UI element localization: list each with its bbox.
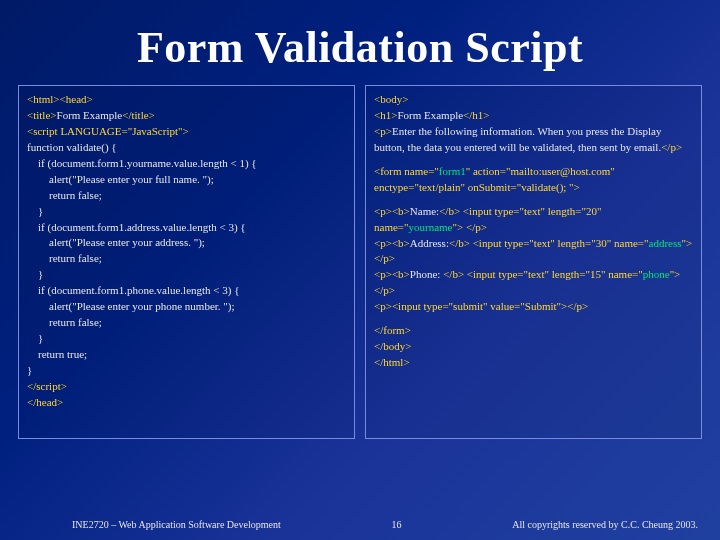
code-token: </script>: [27, 380, 67, 392]
code-token: if (document.form1.address.value.length …: [27, 221, 246, 233]
code-token: phone: [643, 268, 670, 280]
code-token: <p><b>: [374, 268, 410, 280]
code-token: <p><input type="submit" value="Submit"><…: [374, 300, 588, 312]
code-token: return false;: [27, 252, 102, 264]
code-token: }: [27, 205, 43, 217]
code-token: </h1>: [463, 109, 489, 121]
code-token: Enter the following information. When yo…: [374, 125, 661, 153]
code-token: yourname: [409, 221, 453, 233]
code-token: }: [27, 268, 43, 280]
code-left: <html><head> <title>Form Example</title>…: [18, 85, 355, 439]
code-token: <body>: [374, 93, 408, 105]
code-token: alert("Please enter your address. ");: [27, 236, 205, 248]
code-token: <p><b>: [374, 237, 410, 249]
code-token: Form Example: [397, 109, 463, 121]
code-token: address: [649, 237, 682, 249]
code-token: return false;: [27, 316, 102, 328]
code-token: alert("Please enter your full name. ");: [27, 173, 214, 185]
code-token: </head>: [27, 396, 63, 408]
code-token: Address:: [410, 237, 449, 249]
code-token: </body>: [374, 340, 411, 352]
code-token: form1: [439, 165, 466, 177]
code-columns: <html><head> <title>Form Example</title>…: [0, 85, 720, 439]
code-token: <script LANGUAGE="JavaScript">: [27, 125, 189, 137]
code-token: if (document.form1.yourname.value.length…: [27, 157, 257, 169]
code-token: Name:: [410, 205, 439, 217]
code-token: <title>: [27, 109, 57, 121]
code-token: Form Example: [57, 109, 123, 121]
code-token: <p>: [374, 125, 392, 137]
code-token: </title>: [122, 109, 155, 121]
code-token: </form>: [374, 324, 411, 336]
code-token: Phone:: [410, 268, 443, 280]
code-token: if (document.form1.phone.value.length < …: [27, 284, 240, 296]
slide-footer: INE2720 – Web Application Software Devel…: [0, 519, 720, 530]
code-token: return false;: [27, 189, 102, 201]
code-token: "> </p>: [453, 221, 487, 233]
slide-title: Form Validation Script: [0, 0, 720, 85]
code-token: </html>: [374, 356, 410, 368]
code-right: <body> <h1>Form Example</h1> <p>Enter th…: [365, 85, 702, 439]
footer-course: INE2720 – Web Application Software Devel…: [22, 519, 281, 530]
footer-page-number: 16: [391, 519, 401, 530]
code-token: <p><b>: [374, 205, 410, 217]
code-token: </b> <input type="text" length="30" name…: [449, 237, 649, 249]
code-token: }: [27, 364, 32, 376]
code-token: return true;: [27, 348, 87, 360]
code-token: </b> <input type="text" length="15" name…: [443, 268, 643, 280]
code-token: }: [27, 332, 43, 344]
code-token: </p>: [661, 141, 682, 153]
code-token: <html><head>: [27, 93, 93, 105]
footer-copyright: All copyrights reserved by C.C. Cheung 2…: [512, 519, 698, 530]
code-token: <form name=": [374, 165, 439, 177]
code-token: alert("Please enter your phone number. "…: [27, 300, 235, 312]
code-token: <h1>: [374, 109, 397, 121]
code-token: function validate() {: [27, 141, 117, 153]
